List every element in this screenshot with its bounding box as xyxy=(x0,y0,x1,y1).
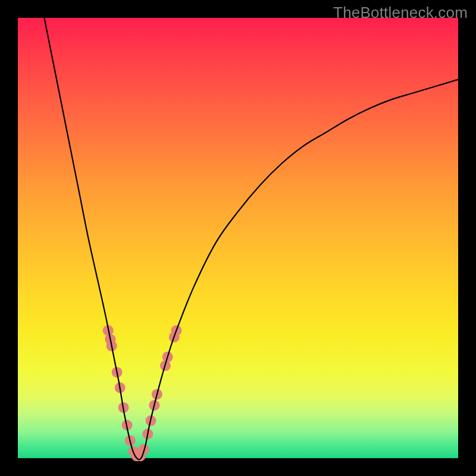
markers-layer xyxy=(103,325,182,461)
watermark-text: TheBottleneck.com xyxy=(333,4,468,22)
chart-frame: TheBottleneck.com xyxy=(0,0,476,476)
plot-area xyxy=(18,18,458,458)
bottleneck-curve xyxy=(44,18,458,459)
chart-svg xyxy=(18,18,458,458)
